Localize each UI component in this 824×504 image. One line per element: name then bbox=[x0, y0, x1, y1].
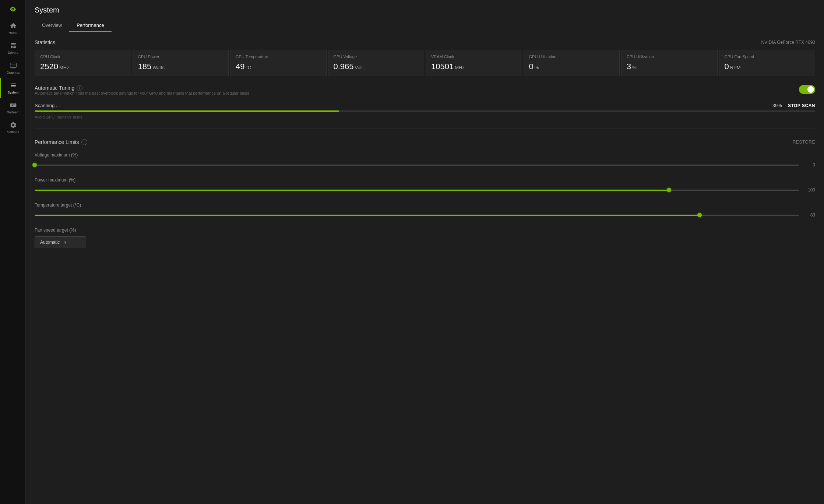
stat-gpu-utilization: GPU Utilization 0% bbox=[524, 50, 620, 76]
auto-tuning-title-row: Automatic Tuning i bbox=[35, 85, 249, 91]
stat-gpu-power-value: 185Watts bbox=[138, 62, 223, 71]
restore-button[interactable]: RESTORE bbox=[793, 140, 815, 145]
stat-vram-clock-value: 10501MHz bbox=[431, 62, 517, 71]
stat-gpu-clock-label: GPU Clock bbox=[40, 54, 126, 59]
app-logo[interactable] bbox=[10, 3, 16, 18]
stat-gpu-clock: GPU Clock 2520MHz bbox=[35, 50, 131, 76]
stat-gpu-temp-value: 49°C bbox=[236, 62, 321, 71]
content-area: Statistics NVIDIA GeForce RTX 4090 GPU C… bbox=[26, 32, 824, 504]
fan-speed-value: Automatic bbox=[40, 240, 60, 245]
temp-slider-container bbox=[35, 211, 799, 219]
stat-cpu-util-label: CPU Utilization bbox=[627, 54, 712, 59]
stop-scan-button[interactable]: STOP SCAN bbox=[788, 103, 815, 108]
statistics-title: Statistics bbox=[35, 39, 55, 45]
power-slider-fill bbox=[35, 190, 669, 191]
power-slider-track bbox=[35, 190, 799, 191]
stat-vram-clock-label: VRAM Clock bbox=[431, 54, 517, 59]
performance-limits-section: Performance Limits i RESTORE Voltage max… bbox=[35, 139, 815, 248]
stat-gpu-voltage-value: 0.965Volt bbox=[334, 62, 419, 71]
power-slider-row: 100 bbox=[35, 186, 815, 194]
stat-gpu-temp-label: GPU Temperature bbox=[236, 54, 321, 59]
perf-limits-header: Performance Limits i RESTORE bbox=[35, 139, 815, 145]
fan-speed-label: Fan speed target (%) bbox=[35, 228, 815, 233]
stat-vram-clock: VRAM Clock 10501MHz bbox=[426, 50, 522, 76]
sidebar-item-settings-label: Settings bbox=[7, 130, 19, 134]
power-slider-label: Power maximum (%) bbox=[35, 177, 815, 183]
stat-gpu-power: GPU Power 185Watts bbox=[133, 50, 229, 76]
stat-cpu-utilization: CPU Utilization 3% bbox=[621, 50, 718, 76]
auto-tuning-toggle[interactable] bbox=[799, 85, 815, 94]
page-title: System bbox=[35, 6, 815, 14]
sidebar: Home Drivers Graphics System Redeem Sett… bbox=[0, 0, 26, 504]
stat-gpu-temp: GPU Temperature 49°C bbox=[230, 50, 327, 76]
stat-gpu-voltage-label: GPU Voltage bbox=[334, 54, 419, 59]
temp-slider-thumb[interactable] bbox=[697, 213, 702, 217]
voltage-slider-container bbox=[35, 161, 799, 169]
auto-tuning-section: Automatic Tuning i Automatic tuner which… bbox=[35, 85, 815, 129]
sidebar-item-drivers[interactable]: Drivers bbox=[0, 38, 25, 58]
voltage-slider-value: 0 bbox=[803, 162, 815, 168]
fan-speed-dropdown[interactable]: Automatic ▼ bbox=[35, 236, 86, 248]
statistics-header: Statistics NVIDIA GeForce RTX 4090 bbox=[35, 39, 815, 45]
voltage-slider-thumb[interactable] bbox=[32, 163, 37, 167]
scanning-text: Scanning ... bbox=[35, 103, 60, 108]
svg-rect-0 bbox=[10, 63, 16, 67]
scanning-percent: 39% bbox=[772, 103, 782, 108]
sidebar-item-home[interactable]: Home bbox=[0, 18, 25, 38]
sidebar-item-graphics-label: Graphics bbox=[6, 71, 20, 74]
perf-limits-title: Performance Limits bbox=[35, 139, 79, 145]
power-slider-thumb[interactable] bbox=[667, 188, 671, 192]
auto-tuning-left: Automatic Tuning i Automatic tuner which… bbox=[35, 85, 249, 101]
voltage-slider-track bbox=[35, 165, 799, 166]
sidebar-item-home-label: Home bbox=[8, 31, 17, 35]
stat-gpu-voltage: GPU Voltage 0.965Volt bbox=[328, 50, 425, 76]
stat-cpu-util-value: 3% bbox=[627, 62, 712, 71]
toggle-track bbox=[799, 85, 815, 94]
stat-gpu-util-value: 0% bbox=[529, 62, 615, 71]
sidebar-item-drivers-label: Drivers bbox=[8, 51, 18, 54]
voltage-slider-label: Voltage maximum (%) bbox=[35, 152, 815, 158]
scanning-row: Scanning ... 39% STOP SCAN bbox=[35, 103, 815, 108]
main-panel: System Overview Performance Statistics N… bbox=[26, 0, 824, 504]
tab-performance[interactable]: Performance bbox=[69, 20, 111, 32]
sidebar-item-redeem-label: Redeem bbox=[7, 110, 19, 114]
temp-slider-fill bbox=[35, 215, 700, 216]
temp-slider-value: 83 bbox=[803, 212, 815, 218]
stat-fan-label: GPU Fan Speed bbox=[725, 54, 810, 59]
gpu-name-label: NVIDIA GeForce RTX 4090 bbox=[761, 40, 815, 45]
sidebar-item-graphics[interactable]: Graphics bbox=[0, 58, 25, 78]
temp-slider-group: Temperature target (°C) 83 bbox=[35, 202, 815, 219]
temp-slider-label: Temperature target (°C) bbox=[35, 202, 815, 208]
scanning-right: 39% STOP SCAN bbox=[772, 103, 815, 108]
progress-bar-fill bbox=[35, 110, 339, 112]
temp-slider-row: 83 bbox=[35, 211, 815, 219]
tab-bar: Overview Performance bbox=[35, 20, 815, 32]
tab-overview[interactable]: Overview bbox=[35, 20, 69, 32]
power-slider-container bbox=[35, 186, 799, 194]
sidebar-item-system[interactable]: System bbox=[0, 78, 25, 98]
stats-grid: GPU Clock 2520MHz GPU Power 185Watts GPU… bbox=[35, 50, 815, 76]
auto-tuning-description: Automatic tuner which finds the best ove… bbox=[35, 91, 249, 95]
auto-tuning-title: Automatic Tuning bbox=[35, 85, 74, 91]
toggle-knob bbox=[807, 86, 814, 93]
temp-slider-track bbox=[35, 215, 799, 216]
voltage-slider-row: 0 bbox=[35, 161, 815, 169]
power-slider-group: Power maximum (%) 100 bbox=[35, 177, 815, 194]
progress-bar-track bbox=[35, 110, 815, 112]
auto-tuning-header: Automatic Tuning i Automatic tuner which… bbox=[35, 85, 815, 101]
chevron-down-icon: ▼ bbox=[63, 240, 67, 244]
sidebar-item-settings[interactable]: Settings bbox=[0, 118, 25, 138]
stat-gpu-util-label: GPU Utilization bbox=[529, 54, 615, 59]
perf-limits-info-icon[interactable]: i bbox=[81, 139, 87, 145]
voltage-slider-group: Voltage maximum (%) 0 bbox=[35, 152, 815, 169]
power-slider-value: 100 bbox=[803, 187, 815, 193]
sidebar-item-system-label: System bbox=[7, 91, 18, 94]
stat-gpu-power-label: GPU Power bbox=[138, 54, 223, 59]
stat-gpu-fan-speed: GPU Fan Speed 0RPM bbox=[719, 50, 816, 76]
stat-gpu-clock-value: 2520MHz bbox=[40, 62, 126, 71]
auto-tuning-info-icon[interactable]: i bbox=[77, 85, 82, 91]
page-header: System Overview Performance bbox=[26, 0, 824, 32]
sidebar-item-redeem[interactable]: Redeem bbox=[0, 98, 25, 118]
fan-speed-group: Fan speed target (%) Automatic ▼ bbox=[35, 228, 815, 248]
stat-fan-value: 0RPM bbox=[725, 62, 810, 71]
